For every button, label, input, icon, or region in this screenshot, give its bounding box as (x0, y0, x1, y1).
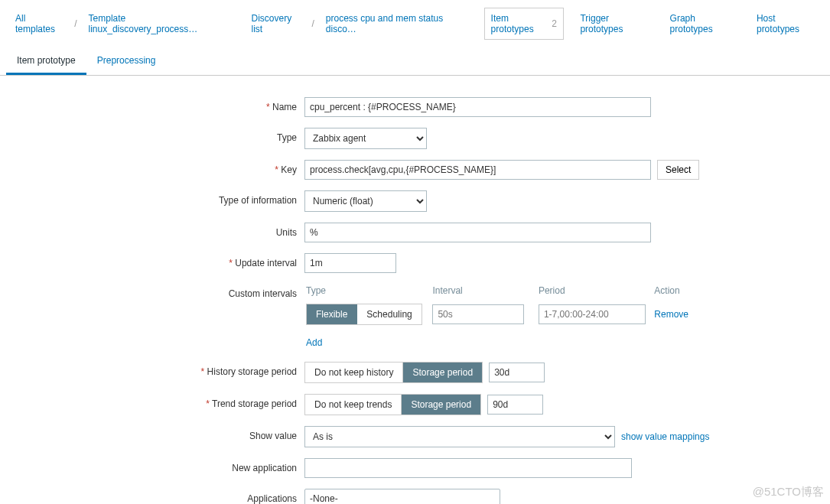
crumb-trigger-prototypes[interactable]: Trigger prototypes (574, 8, 653, 39)
interval-period-input[interactable] (539, 304, 646, 324)
interval-type-toggle[interactable]: Flexible Scheduling (306, 304, 422, 325)
label-type-of-information: Type of information (0, 190, 304, 206)
type-select[interactable]: Zabbix agent (304, 128, 427, 149)
label-applications: Applications (0, 489, 304, 504)
label-custom-intervals: Custom intervals (0, 284, 304, 299)
label-history-storage: History storage period (0, 362, 304, 377)
label-update-interval: Update interval (0, 253, 304, 268)
intervals-header-type: Type (306, 285, 431, 301)
breadcrumbs: All templates / Template linux_discovery… (0, 0, 830, 48)
trend-value-input[interactable] (487, 395, 543, 415)
sep: / (72, 18, 79, 29)
interval-type-scheduling[interactable]: Scheduling (357, 304, 421, 324)
label-name: Name (0, 97, 304, 112)
history-toggle[interactable]: Do not keep history Storage period (304, 362, 483, 383)
item-prototypes-count: 2 (550, 18, 557, 29)
crumb-discovery-list[interactable]: Discovery list (246, 8, 307, 39)
interval-value-input[interactable] (432, 304, 524, 324)
name-input[interactable] (304, 97, 651, 117)
new-application-input[interactable] (304, 458, 632, 478)
label-units: Units (0, 223, 304, 238)
label-key: Key (0, 160, 304, 175)
tab-item-prototype[interactable]: Item prototype (6, 48, 86, 75)
intervals-header-period: Period (539, 285, 653, 301)
crumb-host-prototypes[interactable]: Host prototypes (750, 8, 821, 39)
interval-add-link[interactable]: Add (306, 337, 322, 348)
history-no-keep[interactable]: Do not keep history (305, 363, 403, 382)
show-value-mappings-link[interactable]: show value mappings (621, 431, 709, 442)
applications-listbox[interactable]: -None- process_cpu_status process_mem_st… (304, 489, 500, 504)
label-show-value: Show value (0, 426, 304, 441)
trend-no-keep[interactable]: Do not keep trends (305, 395, 402, 415)
history-value-input[interactable] (489, 363, 545, 382)
interval-type-flexible[interactable]: Flexible (307, 304, 357, 324)
tabs: Item prototype Preprocessing (0, 48, 830, 76)
crumb-all-templates[interactable]: All templates (9, 8, 69, 39)
sep: / (309, 18, 316, 29)
applications-option-none[interactable]: -None- (310, 493, 495, 504)
crumb-item-prototypes[interactable]: Item prototypes 2 (484, 8, 564, 40)
tab-preprocessing[interactable]: Preprocessing (86, 48, 167, 75)
custom-intervals-table: Type Interval Period Action Flexible Sch… (304, 284, 696, 351)
interval-remove-link[interactable]: Remove (654, 309, 688, 320)
type-of-information-select[interactable]: Numeric (float) (304, 190, 427, 212)
update-interval-input[interactable] (304, 253, 396, 273)
crumb-graph-prototypes[interactable]: Graph prototypes (664, 8, 740, 39)
show-value-select[interactable]: As is (304, 426, 615, 447)
history-storage-period[interactable]: Storage period (403, 363, 482, 382)
units-input[interactable] (304, 223, 651, 242)
crumb-template-linux[interactable]: Template linux_discovery_process… (83, 8, 229, 39)
label-type: Type (0, 128, 304, 143)
select-button[interactable]: Select (657, 160, 699, 180)
trend-toggle[interactable]: Do not keep trends Storage period (304, 394, 481, 415)
label-trend-storage: Trend storage period (0, 394, 304, 409)
interval-row: Flexible Scheduling Remove (306, 302, 695, 327)
label-new-application: New application (0, 458, 304, 473)
intervals-header-action: Action (654, 285, 695, 301)
item-prototypes-link[interactable]: Item prototypes (491, 13, 548, 34)
crumb-process-rule[interactable]: process cpu and mem status disco… (320, 8, 468, 39)
trend-storage-period[interactable]: Storage period (402, 395, 480, 415)
intervals-header-interval: Interval (432, 285, 536, 301)
key-input[interactable] (304, 160, 651, 180)
